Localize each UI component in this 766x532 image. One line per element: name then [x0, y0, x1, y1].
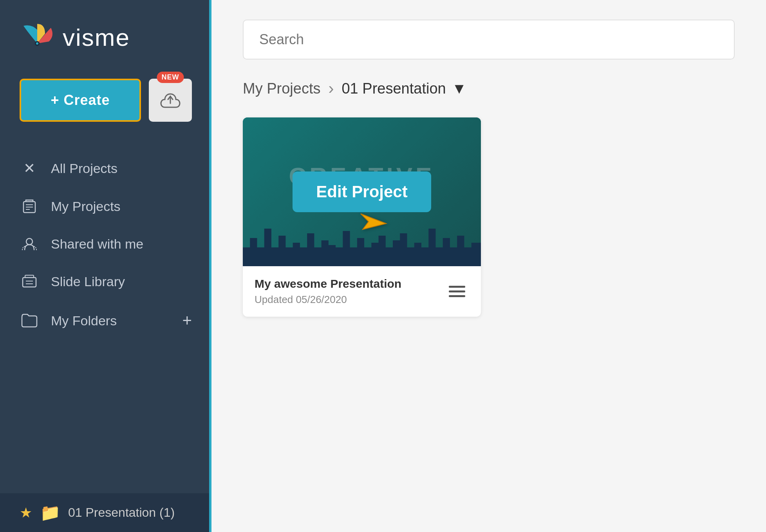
- sidebar-item-label-all-projects: All Projects: [51, 161, 117, 176]
- breadcrumb-dropdown-icon[interactable]: ▼: [452, 80, 467, 97]
- shared-icon: [20, 236, 39, 252]
- folder-item-label: 01 Presentation (1): [68, 505, 175, 520]
- svg-marker-13: [361, 214, 386, 229]
- sidebar-item-label-shared: Shared with me: [51, 236, 143, 252]
- project-title: My awesome Presentation: [255, 277, 401, 290]
- sidebar-nav: ✕ All Projects My Projects: [0, 141, 211, 493]
- project-card[interactable]: CREATIVE Edit Project My awesome Present…: [243, 117, 481, 317]
- sidebar-divider: [209, 0, 211, 532]
- edit-project-overlay: Edit Project: [243, 117, 481, 266]
- project-menu-button[interactable]: [445, 282, 469, 301]
- sidebar-item-slide-library[interactable]: Slide Library: [0, 263, 211, 300]
- hamburger-line-2: [449, 290, 465, 292]
- sidebar: visme + Create NEW ✕ All Projects: [0, 0, 211, 532]
- sidebar-item-my-folders[interactable]: My Folders +: [0, 300, 211, 341]
- svg-rect-10: [25, 275, 34, 278]
- search-input[interactable]: [243, 20, 735, 60]
- add-folder-icon[interactable]: +: [182, 311, 192, 330]
- folder-star-icon: ★: [20, 505, 32, 521]
- visme-logo-icon: [20, 24, 55, 51]
- sidebar-item-label-slide-library: Slide Library: [51, 274, 125, 289]
- project-date: Updated 05/26/2020: [255, 294, 401, 306]
- sidebar-item-shared-with-me[interactable]: Shared with me: [0, 225, 211, 263]
- upload-button[interactable]: NEW: [149, 79, 192, 122]
- sidebar-item-label-my-projects: My Projects: [51, 199, 121, 214]
- projects-grid: CREATIVE Edit Project My awesome Present…: [243, 117, 735, 317]
- folder-item-01-presentation[interactable]: ★ 📁 01 Presentation (1): [0, 493, 211, 532]
- sidebar-item-all-projects[interactable]: ✕ All Projects: [0, 149, 211, 188]
- hamburger-line-1: [449, 286, 465, 288]
- svg-rect-9: [23, 278, 36, 287]
- my-projects-icon: [20, 198, 39, 214]
- folder-color-icon: 📁: [40, 503, 60, 522]
- project-thumbnail: CREATIVE Edit Project: [243, 117, 481, 266]
- main-content: My Projects › 01 Presentation ▼ CREATIVE…: [211, 0, 766, 532]
- logo-area: visme: [0, 0, 211, 71]
- all-projects-icon: ✕: [20, 160, 39, 177]
- slide-library-icon: [20, 274, 39, 289]
- svg-point-2: [36, 42, 38, 45]
- hamburger-line-3: [449, 295, 465, 297]
- project-info: My awesome Presentation Updated 05/26/20…: [243, 266, 481, 317]
- breadcrumb-current: 01 Presentation ▼: [341, 80, 466, 97]
- logo-text: visme: [63, 23, 130, 51]
- breadcrumb-current-label: 01 Presentation: [341, 80, 446, 97]
- sidebar-actions: + Create NEW: [0, 71, 211, 141]
- project-details: My awesome Presentation Updated 05/26/20…: [255, 277, 401, 306]
- hamburger-icon: [449, 286, 465, 297]
- upload-cloud-icon: [160, 92, 181, 109]
- create-button[interactable]: + Create: [20, 79, 141, 122]
- breadcrumb: My Projects › 01 Presentation ▼: [243, 79, 735, 98]
- breadcrumb-root[interactable]: My Projects: [243, 80, 320, 97]
- sidebar-item-my-projects[interactable]: My Projects: [0, 188, 211, 225]
- folder-icon: [20, 314, 39, 328]
- sidebar-item-label-my-folders: My Folders: [51, 313, 117, 328]
- svg-point-8: [26, 238, 33, 245]
- new-badge: NEW: [157, 72, 184, 83]
- breadcrumb-separator: ›: [328, 79, 334, 98]
- cursor-arrow-icon: [355, 200, 390, 239]
